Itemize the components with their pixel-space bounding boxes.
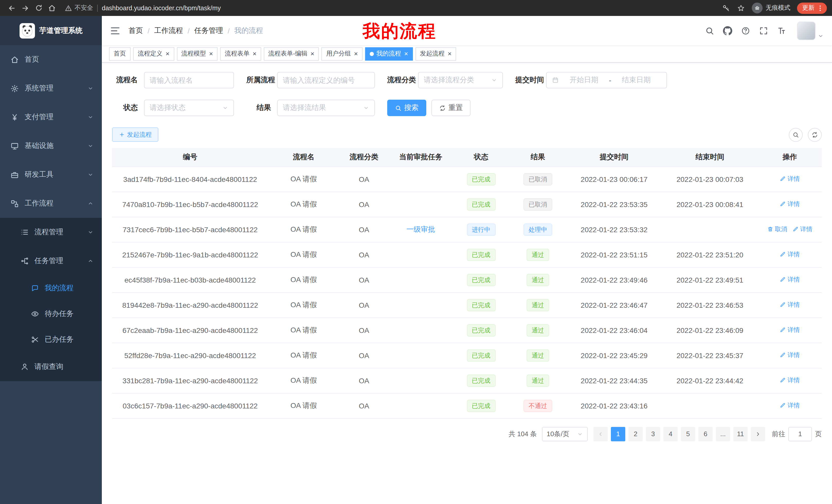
page-button-2[interactable]: 2 (628, 427, 643, 441)
result-select[interactable]: 请选择流结果 (277, 100, 375, 116)
submit-time-range-picker[interactable]: 开始日期 - 结束日期 (546, 72, 667, 88)
tab-close-icon[interactable]: × (253, 50, 256, 57)
detail-action[interactable]: 详情 (780, 351, 800, 360)
detail-action[interactable]: 详情 (780, 250, 800, 259)
sidebar-item-todo-tasks[interactable]: 待办任务 (0, 301, 102, 327)
current-task-link[interactable]: 一级审批 (407, 225, 435, 233)
filter-status: 状态 请选择状态 (112, 100, 234, 116)
sidebar-item-dev-tools[interactable]: 研发工具 (0, 160, 102, 189)
table-row: 3ad174fb-7b9d-11ec-8404-acde48001122OA 请… (112, 166, 822, 192)
cell-current-task (389, 393, 452, 418)
browser-forward-button[interactable] (19, 1, 32, 15)
process-name-input[interactable] (150, 76, 228, 84)
page-button-4[interactable]: 4 (663, 427, 678, 441)
user-menu[interactable] (797, 21, 824, 40)
update-button[interactable]: 更新 (797, 2, 827, 13)
sidebar-item-infrastructure[interactable]: 基础设施 (0, 132, 102, 160)
create-process-button[interactable]: 发起流程 (112, 128, 158, 142)
status-badge: 已完成 (467, 324, 495, 336)
tab-item-6[interactable]: 我的流程× (365, 47, 413, 60)
tab-close-icon[interactable]: × (448, 50, 451, 57)
page-button-1[interactable]: 1 (611, 427, 625, 441)
tab-item-1[interactable]: 流程定义× (133, 47, 174, 60)
font-size-icon[interactable] (777, 26, 786, 35)
sidebar-item-label: 请假查询 (34, 362, 94, 371)
column-header-0: 编号 (112, 148, 268, 166)
tab-item-7[interactable]: 发起流程× (415, 47, 456, 60)
browser-back-button[interactable] (5, 1, 19, 15)
tab-item-2[interactable]: 流程模型× (177, 47, 217, 60)
toggle-search-button[interactable] (789, 128, 803, 142)
cell-id: ec45f38f-7b9a-11ec-b03b-acde48001122 (112, 267, 268, 292)
refresh-table-button[interactable] (808, 128, 822, 142)
sidebar-item-my-process[interactable]: 我的流程 (0, 275, 102, 301)
address-bar[interactable]: 不安全 dashboard.yudao.iocoder.cn/bpm/task/… (65, 4, 722, 12)
sidebar-item-task-mgmt[interactable]: 任务管理 (0, 247, 102, 275)
search-icon[interactable] (705, 26, 714, 35)
status-select[interactable]: 请选择状态 (144, 100, 234, 116)
detail-action[interactable]: 详情 (780, 326, 800, 334)
tab-close-icon[interactable]: × (404, 50, 408, 57)
sidebar-item-process-mgmt[interactable]: 流程管理 (0, 218, 102, 247)
table-row: 819442e8-7b9a-11ec-a290-acde48001122OA 请… (112, 292, 822, 317)
status-badge: 已完成 (467, 198, 495, 211)
page-ellipsis[interactable]: ... (716, 427, 730, 441)
tab-close-icon[interactable]: × (354, 50, 358, 57)
prev-page-button[interactable] (593, 427, 608, 441)
github-icon[interactable] (723, 26, 732, 35)
security-warning[interactable]: 不安全 (65, 4, 93, 12)
cancel-action[interactable]: 取消 (767, 225, 787, 234)
tab-item-3[interactable]: 流程表单× (220, 47, 261, 60)
star-icon[interactable] (737, 4, 745, 12)
goto-page-input[interactable] (788, 427, 812, 441)
sidebar-item-done-tasks[interactable]: 已办任务 (0, 327, 102, 353)
more-vertical-icon[interactable] (816, 4, 824, 11)
sidebar-item-system-mgmt[interactable]: 系统管理 (0, 74, 102, 103)
help-icon[interactable] (741, 26, 750, 35)
sidebar-item-home[interactable]: 首页 (0, 45, 102, 74)
process-def-input[interactable] (283, 76, 369, 84)
process-name-input-wrap (144, 72, 234, 88)
browser-home-button[interactable] (45, 1, 59, 15)
sidebar-item-payment-mgmt[interactable]: 支付管理 (0, 103, 102, 132)
detail-action[interactable]: 详情 (780, 175, 800, 184)
sidebar-item-leave-query[interactable]: 请假查询 (0, 353, 102, 381)
detail-action[interactable]: 详情 (780, 301, 800, 309)
tab-close-icon[interactable]: × (165, 50, 170, 57)
detail-action[interactable]: 详情 (780, 401, 800, 410)
fullscreen-icon[interactable] (759, 26, 768, 35)
page-button-5[interactable]: 5 (681, 427, 695, 441)
cell-id: 7470a810-7b9b-11ec-b5b7-acde48001122 (112, 192, 268, 217)
hamburger-icon[interactable] (110, 25, 120, 36)
tab-item-0[interactable]: 首页 (109, 47, 131, 60)
tab-item-4[interactable]: 流程表单-编辑× (264, 47, 319, 60)
reset-button[interactable]: 重置 (432, 100, 470, 116)
detail-action[interactable]: 详情 (792, 225, 812, 234)
cell-process-name: OA 请假 (268, 292, 339, 317)
page-button-3[interactable]: 3 (646, 427, 660, 441)
tab-close-icon[interactable]: × (209, 50, 213, 57)
tab-close-icon[interactable]: × (311, 50, 314, 57)
detail-action[interactable]: 详情 (780, 200, 800, 208)
tab-item-5[interactable]: 用户分组× (322, 47, 363, 60)
browser-reload-button[interactable] (32, 1, 45, 15)
page-size-select[interactable]: 10条/页 (542, 427, 588, 441)
sidebar-item-workflow[interactable]: 工作流程 (0, 189, 102, 218)
chevron-down-icon (87, 229, 94, 235)
next-page-button[interactable] (751, 427, 765, 441)
key-icon[interactable] (722, 4, 730, 12)
create-process-label: 发起流程 (127, 130, 152, 139)
page-button-11[interactable]: 11 (733, 427, 748, 441)
breadcrumb-home[interactable]: 首页 (129, 26, 143, 35)
detail-action[interactable]: 详情 (780, 376, 800, 385)
detail-action[interactable]: 详情 (780, 275, 800, 284)
page-button-6[interactable]: 6 (698, 427, 713, 441)
search-button[interactable]: 搜索 (387, 100, 426, 116)
category-select[interactable]: 请选择流程分类 (418, 72, 503, 88)
cell-result: 已取消 (510, 166, 566, 192)
breadcrumb-workflow[interactable]: 工作流程 (154, 26, 183, 35)
caret-down-icon (817, 33, 824, 39)
avatar[interactable] (797, 21, 815, 40)
chevron-down-icon (577, 431, 583, 437)
breadcrumb-task-mgmt[interactable]: 任务管理 (194, 26, 223, 35)
